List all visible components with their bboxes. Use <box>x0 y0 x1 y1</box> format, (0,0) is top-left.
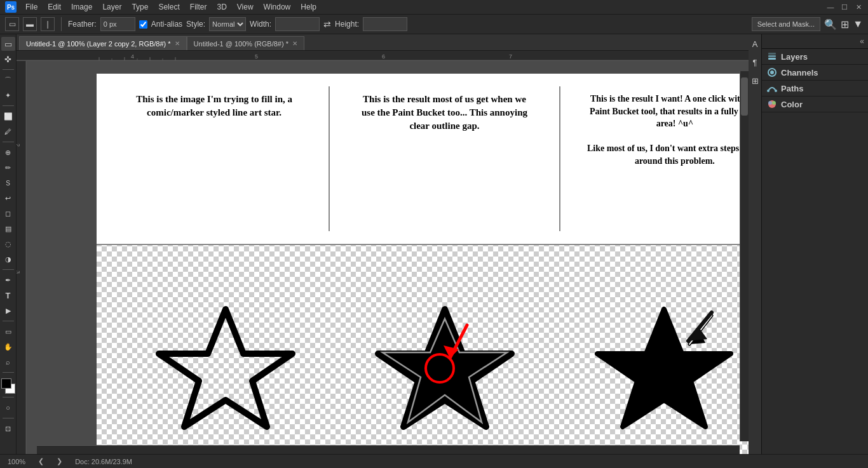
arrange-icon[interactable]: ⊞ <box>841 18 849 30</box>
search-icon[interactable]: 🔍 <box>824 18 837 30</box>
svg-marker-15 <box>159 309 292 427</box>
color-icon <box>767 99 777 109</box>
tool-pen[interactable]: ✒ <box>1 273 15 287</box>
tab-1-close[interactable]: ✕ <box>175 40 180 47</box>
tool-screen-mode[interactable]: ⊡ <box>1 422 15 436</box>
height-input[interactable] <box>363 17 407 31</box>
layers-panel-header[interactable]: Layers <box>762 49 868 65</box>
menu-3d[interactable]: 3D <box>213 3 230 11</box>
canvas-area: This is the image I'm trying to fill in,… <box>27 61 749 454</box>
paragraph-icon[interactable]: ¶ <box>752 55 759 70</box>
tool-move[interactable]: ✜ <box>1 52 15 66</box>
ruler-top: 4 5 6 7 <box>17 51 749 61</box>
tab-2[interactable]: Untitled-1 @ 100% (RGB/8#) * ✕ <box>187 36 304 50</box>
paths-panel-header[interactable]: Paths <box>762 81 868 97</box>
divider-2 <box>559 86 560 231</box>
antialiase-checkbox[interactable] <box>139 20 147 29</box>
style-select[interactable]: Normal <box>209 17 246 31</box>
svg-rect-28 <box>768 55 776 57</box>
star-outline-svg <box>156 300 295 439</box>
nav-left[interactable]: ❮ <box>38 457 44 465</box>
tool-single-row[interactable]: ▬ <box>23 17 37 31</box>
tool-lasso[interactable]: ⌒ <box>1 73 15 87</box>
menu-window[interactable]: Window <box>260 3 295 11</box>
tabs-bar: Untitled-1 @ 100% (Layer 2 copy 2, RGB/8… <box>17 34 749 51</box>
tool-hand[interactable]: ✋ <box>1 340 15 354</box>
swap-icon[interactable]: ⇄ <box>323 19 331 29</box>
tool-eraser[interactable]: ◻ <box>1 206 15 220</box>
menu-image[interactable]: Image <box>67 3 96 11</box>
text-panel-2: This is the result most of us get when w… <box>349 86 539 139</box>
menu-filter[interactable]: Filter <box>186 3 211 11</box>
tool-type[interactable]: T <box>1 288 15 302</box>
ruler-left: 2 3 <box>17 61 27 454</box>
tab-1[interactable]: Untitled-1 @ 100% (Layer 2 copy 2, RGB/8… <box>19 36 187 50</box>
tool-marquee[interactable]: ▭ <box>1 37 15 51</box>
menu-type[interactable]: Type <box>128 3 152 11</box>
left-toolbar: ▭ ✜ ⌒ ✦ ⬜ 🖉 ⊕ ✏ S ↩ ◻ ▤ ◌ ◑ ✒ T ▶ ▭ ✋ ⌕ … <box>0 34 17 454</box>
tool-single-col[interactable]: | <box>41 17 55 31</box>
style-label: Style: <box>186 20 205 29</box>
minimize-button[interactable]: — <box>826 3 835 11</box>
channels-panel-header[interactable]: Channels <box>762 65 868 81</box>
foreground-color-box[interactable] <box>1 378 11 389</box>
tool-blur[interactable]: ◌ <box>1 237 15 251</box>
doc-info: Doc: 20.6M/23.9M <box>75 458 132 465</box>
svg-text:2: 2 <box>17 144 21 147</box>
workspace-icon[interactable]: ▼ <box>853 18 863 30</box>
tool-mask[interactable]: ○ <box>1 401 15 415</box>
svg-marker-16 <box>378 309 512 427</box>
main-area: ▭ ✜ ⌒ ✦ ⬜ 🖉 ⊕ ✏ S ↩ ◻ ▤ ◌ ◑ ✒ T ▶ ▭ ✋ ⌕ … <box>0 34 868 454</box>
close-button[interactable]: ✕ <box>854 3 863 11</box>
canvas-wrapper: 4 5 6 7 2 3 <box>17 51 749 454</box>
panel-spacer <box>762 112 868 454</box>
panels-area: « Layers Channels <box>761 34 868 454</box>
layers-icon <box>767 51 777 62</box>
svg-text:4: 4 <box>131 53 134 60</box>
tool-path-select[interactable]: ▶ <box>1 304 15 318</box>
tool-history[interactable]: ↩ <box>1 191 15 205</box>
svg-point-31 <box>770 70 774 74</box>
star-outline-container <box>156 300 295 439</box>
scroll-vertical[interactable] <box>740 71 749 441</box>
tool-crop[interactable]: ⬜ <box>1 109 15 123</box>
select-mask-button[interactable]: Select and Mask... <box>752 17 821 31</box>
svg-marker-21 <box>597 309 731 427</box>
width-input[interactable] <box>275 17 320 31</box>
tool-heal[interactable]: ⊕ <box>1 145 15 159</box>
font-icon[interactable]: A <box>751 37 759 51</box>
menu-view[interactable]: View <box>233 3 257 11</box>
tool-rect-marquee[interactable]: ▭ <box>5 17 19 31</box>
properties-icon[interactable]: ⊞ <box>750 74 760 88</box>
color-selector[interactable] <box>1 378 15 394</box>
menu-select[interactable]: Select <box>154 3 183 11</box>
collapse-panels-button[interactable]: « <box>860 37 864 46</box>
tool-zoom[interactable]: ⌕ <box>1 355 15 369</box>
menu-file[interactable]: File <box>22 3 41 11</box>
scroll-thumb-vertical[interactable] <box>741 77 748 116</box>
feather-input[interactable] <box>100 17 135 31</box>
tool-eyedropper[interactable]: 🖉 <box>1 124 15 138</box>
tool-gradient[interactable]: ▤ <box>1 222 15 236</box>
menu-layer[interactable]: Layer <box>98 3 125 11</box>
color-panel-header[interactable]: Color <box>762 97 868 112</box>
feather-label: Feather: <box>68 20 97 29</box>
tool-shape[interactable]: ▭ <box>1 324 15 338</box>
star-filled-svg <box>375 300 515 439</box>
layers-panel-title: Layers <box>781 52 808 62</box>
canvas-section: Untitled-1 @ 100% (Layer 2 copy 2, RGB/8… <box>17 34 749 454</box>
nav-right[interactable]: ❯ <box>57 457 62 465</box>
maximize-button[interactable]: ☐ <box>840 3 849 11</box>
tool-dodge[interactable]: ◑ <box>1 252 15 266</box>
tab-2-close[interactable]: ✕ <box>292 40 297 47</box>
tool-magic-wand[interactable]: ✦ <box>1 88 15 102</box>
scroll-horizontal[interactable] <box>37 445 740 454</box>
menu-edit[interactable]: Edit <box>44 3 65 11</box>
window-controls: — ☐ ✕ <box>826 3 863 11</box>
star-filled-container <box>375 300 515 439</box>
menu-bar: Ps File Edit Image Layer Type Select Fil… <box>0 0 868 14</box>
tool-brush[interactable]: ✏ <box>1 161 15 175</box>
menu-help[interactable]: Help <box>297 3 320 11</box>
stars-section <box>97 246 749 454</box>
tool-stamp[interactable]: S <box>1 176 15 190</box>
